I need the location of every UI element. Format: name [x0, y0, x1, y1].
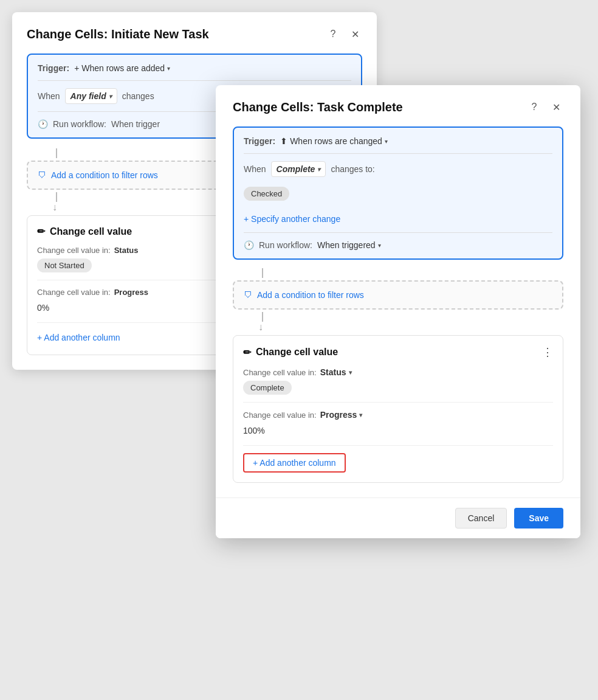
fg-connector2: ↓: [233, 312, 563, 333]
fg-connector-line: [262, 268, 263, 278]
fg-section-divider2: [243, 445, 553, 446]
save-label: Save: [529, 513, 549, 523]
bg-trigger-row: Trigger: + When rows are added ▾: [38, 63, 351, 73]
fg-connector: [233, 268, 563, 278]
bg-changes-label: changes: [122, 91, 154, 101]
fg-trigger-divider: [244, 153, 552, 154]
fg-condition-label: Add a condition to filter rows: [257, 290, 364, 300]
bg-add-column-button[interactable]: + Add another column: [37, 330, 120, 345]
fg-column-1: Status: [320, 367, 346, 377]
fg-change-cell-block: ✏ Change cell value ⋮ Change cell value …: [233, 335, 563, 483]
bg-trigger-value: + When rows are added: [74, 63, 165, 73]
foreground-dialog: Change Cells: Task Complete ? ✕ Trigger:…: [216, 85, 580, 538]
fg-connector-arrow: ↓: [258, 322, 263, 333]
fg-checked-badge: Checked: [244, 187, 289, 201]
fg-clock-icon: 🕐: [244, 240, 254, 250]
fg-trigger-button[interactable]: ⬆ When rows are changed ▾: [280, 136, 388, 146]
fg-run-dropdown-icon: ▾: [378, 242, 381, 249]
bg-column-2: Progress: [114, 288, 148, 297]
fg-add-column-button[interactable]: + Add another column: [243, 453, 346, 473]
fg-value-badge-1: Complete: [243, 381, 292, 395]
bg-column-1: Status: [114, 246, 139, 255]
bg-dialog-title-text: Change Cells: Initiate New Task: [27, 27, 209, 41]
fg-trigger-label: Trigger:: [244, 136, 275, 146]
bg-filter-icon: ⛉: [38, 170, 46, 180]
fg-column-1-dropdown-icon: ▾: [349, 369, 352, 376]
save-button[interactable]: Save: [514, 508, 563, 528]
fg-change-cell-title: Change cell value: [256, 347, 338, 358]
fg-dialog-footer: Cancel Save: [216, 497, 580, 538]
fg-field-dropdown-icon: ▾: [317, 166, 320, 173]
cancel-label: Cancel: [468, 513, 495, 523]
fg-run-row: 🕐 Run workflow: When triggered ▾: [244, 240, 552, 250]
fg-help-button[interactable]: ?: [527, 100, 541, 114]
bg-trigger-label: Trigger:: [38, 63, 69, 73]
bg-trigger-button[interactable]: + When rows are added ▾: [74, 63, 170, 73]
close-icon: ✕: [351, 29, 359, 40]
fg-specify-label: + Specify another change: [244, 214, 340, 224]
fg-upload-icon: ⬆: [280, 136, 287, 146]
fg-dialog-title-actions: ? ✕: [527, 100, 563, 114]
fg-add-column-label: + Add another column: [253, 458, 336, 468]
fg-run-label: Run workflow:: [259, 240, 312, 250]
fg-run-value-btn[interactable]: When triggered ▾: [317, 240, 381, 250]
fg-close-icon: ✕: [552, 102, 560, 113]
fg-dialog-inner: Change Cells: Task Complete ? ✕ Trigger:…: [216, 85, 580, 497]
fg-column-1-btn[interactable]: Status ▾: [320, 367, 352, 377]
bg-close-button[interactable]: ✕: [348, 27, 362, 41]
fg-condition-box[interactable]: ⛉ Add a condition to filter rows: [233, 280, 563, 310]
fg-dialog-title-text: Change Cells: Task Complete: [233, 100, 403, 114]
bg-add-column-label: + Add another column: [37, 333, 120, 342]
fg-pencil-icon: ✏: [243, 347, 251, 358]
fg-field-select[interactable]: Complete ▾: [271, 161, 326, 177]
bg-when-label: When: [38, 91, 60, 101]
bg-field-select[interactable]: Any field ▾: [65, 88, 117, 104]
fg-connector-line2: [262, 312, 263, 322]
fg-change-label-1: Change cell value in: Status ▾: [243, 367, 553, 377]
bg-clock-icon: 🕐: [38, 119, 48, 129]
bg-field-value: Any field: [70, 91, 106, 101]
bg-connector-line: [56, 148, 57, 158]
bg-dialog-title: Change Cells: Initiate New Task ? ✕: [27, 27, 362, 41]
bg-run-value: When trigger: [111, 119, 160, 129]
cancel-button[interactable]: Cancel: [455, 508, 507, 528]
bg-connector-arrow: ↓: [52, 202, 57, 213]
bg-trigger-divider: [38, 80, 351, 81]
fg-trigger-value: When rows are changed: [290, 136, 382, 146]
fg-close-button[interactable]: ✕: [549, 100, 563, 114]
fg-trigger-divider2: [244, 232, 552, 233]
bg-change-cell-title: Change cell value: [50, 226, 132, 237]
fg-trigger-row: Trigger: ⬆ When rows are changed ▾: [244, 136, 552, 146]
bg-help-button[interactable]: ?: [326, 27, 340, 41]
fg-specify-button[interactable]: + Specify another change: [244, 210, 340, 225]
fg-column-2-dropdown-icon: ▾: [359, 412, 362, 418]
bg-condition-label: Add a condition to filter rows: [51, 170, 158, 180]
fg-change-row-2: Change cell value in: Progress ▾ 100%: [243, 410, 553, 438]
question-icon: ?: [331, 29, 336, 40]
fg-value-text-2: 100%: [243, 423, 553, 438]
fg-three-dot-menu[interactable]: ⋮: [542, 345, 553, 359]
fg-change-row-1: Change cell value in: Status ▾ Complete: [243, 367, 553, 395]
fg-column-2-btn[interactable]: Progress ▾: [320, 410, 363, 420]
fg-question-icon: ?: [532, 102, 537, 113]
fg-trigger-box: Trigger: ⬆ When rows are changed ▾ When …: [233, 126, 563, 260]
fg-field-value: Complete: [277, 164, 315, 174]
fg-changes-to-label: changes to:: [331, 164, 374, 174]
bg-pencil-icon: ✏: [37, 226, 45, 237]
bg-connector-line2: [56, 192, 57, 202]
fg-run-value: When triggered: [317, 240, 376, 250]
fg-column-2: Progress: [320, 410, 357, 420]
bg-field-dropdown-icon: ▾: [109, 93, 112, 100]
fg-trigger-dropdown-icon: ▾: [385, 138, 388, 145]
fg-section-divider: [243, 402, 553, 403]
bg-dialog-title-actions: ? ✕: [326, 27, 362, 41]
fg-dialog-title: Change Cells: Task Complete ? ✕: [233, 100, 563, 114]
bg-run-label: Run workflow:: [53, 119, 106, 129]
fg-change-label-2: Change cell value in: Progress ▾: [243, 410, 553, 420]
fg-when-row: When Complete ▾ changes to:: [244, 161, 552, 177]
fg-filter-icon: ⛉: [244, 290, 252, 300]
bg-value-badge-1: Not Started: [37, 258, 92, 272]
bg-trigger-dropdown-icon: ▾: [167, 65, 170, 72]
fg-change-cell-header: ✏ Change cell value ⋮: [243, 345, 553, 359]
fg-when-label: When: [244, 164, 266, 174]
